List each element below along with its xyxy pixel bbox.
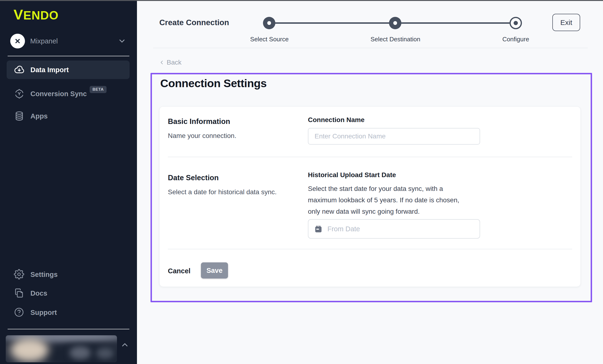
sidebar-item-data-import[interactable]: Data Import [7,61,130,79]
mixpanel-avatar [10,34,25,48]
section-description-basic: Name your connection. [168,132,236,140]
section-heading-basic: Basic Information [168,117,230,126]
sync-arrows-icon [14,88,25,99]
step-label: Select Destination [371,36,420,43]
sidebar-divider-top [8,56,129,56]
blur-blob [96,348,114,359]
window-top-edge [0,0,603,1]
from-date-input[interactable] [327,225,474,233]
connection-settings-card: Basic Information Name your connection. … [159,106,581,287]
sidebar: VENDO Mixpanel Data Import [0,0,137,364]
sidebar-item-label: Settings [30,271,58,278]
sidebar-item-label: Docs [30,289,47,297]
card-divider [168,249,572,249]
database-icon [14,111,25,121]
workspace-name: Mixpanel [30,37,58,45]
help-icon [14,307,25,318]
calendar-icon [314,225,323,233]
chevron-up-icon[interactable] [120,341,129,350]
chevron-left-icon [159,60,165,65]
sidebar-item-settings[interactable]: Settings [7,266,130,283]
step-label: Select Source [250,36,289,43]
card-divider [168,157,572,157]
sidebar-item-support[interactable]: Support [7,304,130,321]
panel-title: Connection Settings [160,77,267,90]
step-dot-select-source[interactable] [263,17,275,29]
gear-icon [14,269,25,280]
sidebar-item-label: Apps [30,112,48,120]
section-heading-date: Date Selection [168,174,219,182]
connection-name-input[interactable] [308,128,480,145]
docs-icon [14,288,25,299]
mixpanel-x-icon [13,37,22,45]
beta-badge: BETA [90,86,106,93]
historical-start-date-help: Select the start date for your data sync… [308,183,472,217]
section-description-date: Select a date for historical data sync. [168,188,277,196]
back-label: Back [167,59,181,66]
chevron-down-icon [118,37,126,45]
workspace-selector[interactable]: Mixpanel [10,33,129,49]
historical-start-date-label: Historical Upload Start Date [308,171,396,179]
blur-blob [70,346,91,360]
sidebar-item-label: Conversion Sync [30,90,87,98]
step-dot-select-destination[interactable] [389,17,401,29]
sidebar-item-docs[interactable]: Docs [7,285,130,302]
sidebar-item-label: Support [30,309,57,317]
step-dot-configure[interactable] [510,17,522,29]
cancel-button[interactable]: Cancel [168,265,190,277]
vendo-logo: VENDO [13,8,59,22]
user-account-blurred[interactable] [6,335,117,362]
avatar [11,338,48,362]
stepper-connector [401,22,510,24]
stepper-connector [275,22,389,24]
sidebar-item-label: Data Import [30,66,69,74]
sidebar-item-conversion-sync[interactable]: Conversion Sync BETA [7,85,130,103]
back-link[interactable]: Back [159,59,181,66]
exit-button[interactable]: Exit [552,14,580,31]
sidebar-item-apps[interactable]: Apps [7,107,130,125]
header-divider [153,48,588,48]
sidebar-divider-bottom [8,329,129,329]
cloud-download-icon [14,64,25,75]
save-button[interactable]: Save [201,262,228,278]
app-window: VENDO Mixpanel Data Import [0,0,603,364]
connection-name-label: Connection Name [308,116,364,124]
page-title: Create Connection [159,18,229,27]
from-date-field[interactable] [308,219,480,239]
step-label: Configure [502,36,529,43]
